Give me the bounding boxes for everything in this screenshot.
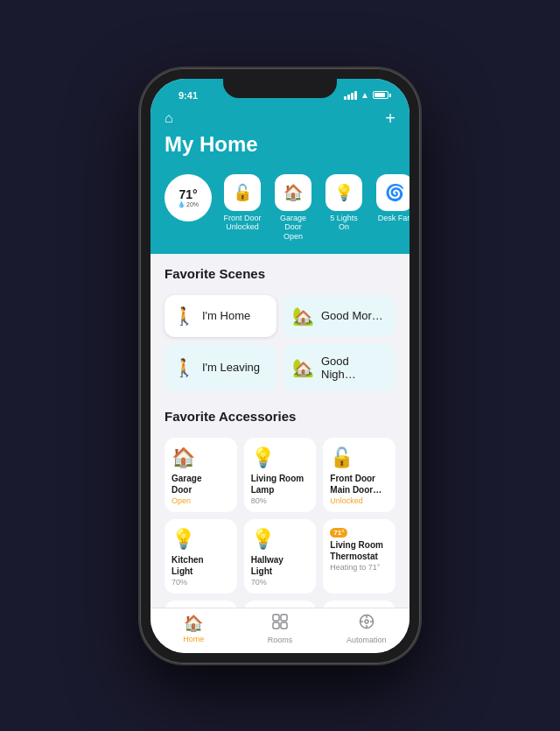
front-door-status[interactable]: 🔓 Front DoorUnlocked xyxy=(220,174,264,233)
accessory-floor-light[interactable]: 🕯️ Floor Light xyxy=(323,601,396,608)
front-door-acc-name: Front DoorMain Door… xyxy=(330,473,382,496)
favorite-accessories-section: Favorite Accessories xyxy=(150,397,410,438)
phone-frame: 9:41 ▲ ⌂ + My Home xyxy=(140,68,420,664)
living-lamp-status: 80% xyxy=(251,496,267,505)
svg-rect-3 xyxy=(281,622,287,629)
add-button[interactable]: + xyxy=(385,109,396,129)
garage-door-acc-status: Open xyxy=(172,496,191,505)
garage-door-icon: 🏠 xyxy=(275,174,312,211)
page-title: My Home xyxy=(164,132,396,157)
favorite-accessories-title: Favorite Accessories xyxy=(164,409,396,424)
temperature-value: 71° xyxy=(178,187,197,201)
signal-icon xyxy=(344,91,357,100)
thermostat-badge: 71° xyxy=(330,528,347,538)
scene-good-night-icon: 🏡 xyxy=(292,357,314,378)
scene-good-morning[interactable]: 🏡 Good Mor… xyxy=(284,295,396,337)
scene-good-morning-icon: 🏡 xyxy=(292,306,314,327)
tab-automation-label: Automation xyxy=(346,636,387,644)
accessory-kitchen-light[interactable]: 💡 KitchenLight 70% xyxy=(164,519,237,594)
temperature-card[interactable]: 71° 💧 20% xyxy=(164,174,212,221)
desk-fan-status[interactable]: 🌀 Desk Fan xyxy=(373,174,410,223)
battery-icon xyxy=(373,91,388,99)
tab-automation-icon xyxy=(359,614,374,634)
scene-im-home-icon: 🚶 xyxy=(173,306,195,327)
scene-im-leaving-icon: 🚶 xyxy=(173,357,195,378)
lights-label: 5 LightsOn xyxy=(330,214,358,233)
accessory-hallway-light[interactable]: 💡 HallwayLight 70% xyxy=(244,519,317,594)
scene-good-morning-label: Good Mor… xyxy=(321,309,383,322)
thermostat-name: Living RoomThermostat xyxy=(330,539,383,562)
tab-home[interactable]: 🏠 Home xyxy=(150,614,237,644)
lights-status[interactable]: 💡 5 LightsOn xyxy=(322,174,366,233)
scene-good-night[interactable]: 🏡 Good Nigh… xyxy=(284,344,396,391)
favorite-scenes-section: Favorite Scenes xyxy=(150,254,410,295)
lights-icon: 💡 xyxy=(326,174,362,211)
hallway-light-icon: 💡 xyxy=(251,528,275,551)
status-icons: ▲ xyxy=(344,90,388,100)
phone-screen: 9:41 ▲ ⌂ + My Home xyxy=(150,79,410,653)
status-items: 🔓 Front DoorUnlocked 🏠 Garage DoorOpen 💡… xyxy=(220,174,410,242)
notch xyxy=(223,79,337,98)
quick-status-bar: 71° 💧 20% 🔓 Front DoorUnlocked 🏠 Garage … xyxy=(150,167,410,254)
scene-im-leaving-label: I'm Leaving xyxy=(202,361,260,374)
accessory-front-door[interactable]: 🔓 Front DoorMain Door… Unlocked xyxy=(323,438,396,512)
garage-door-acc-icon: 🏠 xyxy=(172,446,195,469)
accessory-living-lamp[interactable]: 💡 Living RoomLamp 80% xyxy=(244,438,317,512)
humidity-icon: 💧 xyxy=(178,201,186,208)
app-header: ⌂ + My Home xyxy=(150,105,410,167)
kitchen-light-icon: 💡 xyxy=(172,528,195,551)
kitchen-light-status: 70% xyxy=(172,578,187,587)
kitchen-light-name: KitchenLight xyxy=(172,554,204,577)
tab-home-icon: 🏠 xyxy=(184,614,203,633)
hallway-light-status: 70% xyxy=(251,578,267,587)
front-door-icon: 🔓 xyxy=(224,174,261,211)
svg-point-5 xyxy=(365,620,368,623)
accessory-recessed[interactable]: 💡 Recessed xyxy=(164,601,237,608)
front-door-acc-status: Unlocked xyxy=(330,496,363,505)
accessory-garage-door[interactable]: 🏠 GarageDoor Open xyxy=(164,438,237,512)
garage-door-acc-name: GarageDoor xyxy=(172,473,201,496)
scroll-area[interactable]: 71° 💧 20% 🔓 Front DoorUnlocked 🏠 Garage … xyxy=(150,167,410,608)
living-lamp-name: Living RoomLamp xyxy=(251,473,304,496)
wifi-icon: ▲ xyxy=(360,90,369,100)
tab-rooms-label: Rooms xyxy=(268,636,293,644)
svg-rect-1 xyxy=(281,615,287,621)
thermostat-status: Heating to 71° xyxy=(330,563,380,572)
desk-fan-label: Desk Fan xyxy=(378,214,410,223)
front-door-label: Front DoorUnlocked xyxy=(223,214,261,233)
scene-im-home-label: I'm Home xyxy=(202,309,250,322)
favorite-scenes-title: Favorite Scenes xyxy=(164,266,396,281)
scene-im-leaving[interactable]: 🚶 I'm Leaving xyxy=(164,344,276,391)
humidity-value: 20% xyxy=(186,201,199,207)
svg-rect-2 xyxy=(273,622,279,629)
scene-im-home[interactable]: 🚶 I'm Home xyxy=(164,295,276,337)
tab-bar: 🏠 Home Rooms xyxy=(150,608,410,653)
living-lamp-icon: 💡 xyxy=(251,446,275,469)
desk-fan-icon: 🌀 xyxy=(376,174,410,211)
scene-good-night-label: Good Nigh… xyxy=(321,355,387,381)
accessories-grid: 🏠 GarageDoor Open 💡 Living RoomLamp 80% … xyxy=(150,438,410,608)
tab-rooms[interactable]: Rooms xyxy=(237,614,324,644)
front-door-acc-icon: 🔓 xyxy=(330,446,354,469)
svg-rect-0 xyxy=(273,615,279,621)
hallway-light-name: HallwayLight xyxy=(251,554,284,577)
garage-door-status[interactable]: 🏠 Garage DoorOpen xyxy=(271,174,315,242)
scenes-grid: 🚶 I'm Home 🏡 Good Mor… 🚶 I'm Leaving 🏡 G… xyxy=(150,295,410,397)
accessory-thermostat[interactable]: 71° Living RoomThermostat Heating to 71° xyxy=(323,519,396,594)
tab-rooms-icon xyxy=(272,614,288,634)
status-time: 9:41 xyxy=(178,90,198,101)
tab-home-label: Home xyxy=(183,635,204,643)
home-nav-icon[interactable]: ⌂ xyxy=(164,110,173,126)
tab-automation[interactable]: Automation xyxy=(323,614,410,644)
accessory-desk-fan[interactable]: 🌀 Desk Fan xyxy=(244,601,317,608)
garage-door-label: Garage DoorOpen xyxy=(271,214,315,242)
